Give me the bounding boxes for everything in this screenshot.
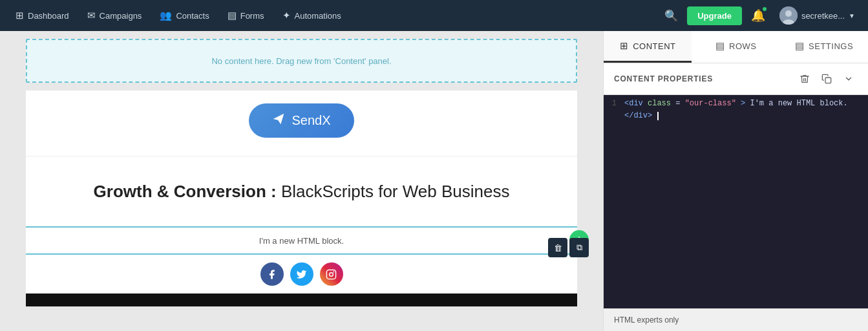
topnav: ⊞ Dashboard ✉ Campaigns 👥 Contacts ▤ For… bbox=[0, 0, 868, 31]
code-line-1: 1 <div class = "our-class" > I'm a new H… bbox=[604, 95, 868, 125]
sendx-button[interactable]: SendX bbox=[249, 103, 354, 138]
chevron-down-icon: ▼ bbox=[849, 12, 855, 19]
sendx-section: SendX bbox=[26, 91, 577, 156]
right-panel: ⊞ CONTENT ▤ ROWS ▤ SETTINGS CONTENT PROP… bbox=[603, 31, 868, 331]
html-experts-bar: HTML experts only bbox=[604, 308, 868, 331]
instagram-icon[interactable] bbox=[320, 262, 343, 286]
code-editor[interactable]: 1 <div class = "our-class" > I'm a new H… bbox=[604, 95, 868, 308]
heading-section: Growth & Conversion : BlackScripts for W… bbox=[26, 156, 577, 226]
notifications-button[interactable]: 🔔 bbox=[747, 5, 769, 27]
contacts-icon: 👥 bbox=[160, 10, 172, 21]
tag-open: <div bbox=[624, 99, 643, 108]
nav-campaigns-label: Campaigns bbox=[100, 11, 142, 21]
attr-value: "our-class" bbox=[685, 99, 736, 108]
rows-tab-icon: ▤ bbox=[715, 40, 725, 52]
properties-collapse-button[interactable] bbox=[840, 70, 858, 88]
nav-campaigns[interactable]: ✉ Campaigns bbox=[79, 6, 150, 25]
twitter-icon[interactable] bbox=[290, 262, 313, 286]
content-tab-label: CONTENT bbox=[633, 41, 675, 51]
black-footer-bar bbox=[26, 294, 577, 306]
nav-contacts-label: Contacts bbox=[176, 11, 209, 21]
drag-zone-text: No content here. Drag new from 'Content'… bbox=[211, 56, 391, 66]
heading-text: Growth & Conversion : BlackScripts for W… bbox=[52, 180, 551, 203]
drag-zone[interactable]: No content here. Drag new from 'Content'… bbox=[26, 39, 577, 83]
tab-settings[interactable]: ▤ SETTINGS bbox=[780, 31, 868, 63]
html-block-row: I'm a new HTML block. bbox=[26, 226, 577, 255]
svg-point-1 bbox=[785, 10, 792, 17]
attr-class: class bbox=[648, 99, 671, 108]
heading-bold: Growth & Conversion : bbox=[94, 182, 277, 201]
facebook-icon[interactable] bbox=[260, 262, 284, 286]
line-number-1: 1 bbox=[604, 98, 624, 110]
html-block-text: I'm a new HTML block. bbox=[253, 230, 350, 252]
svg-point-4 bbox=[330, 273, 333, 277]
settings-tab-label: SETTINGS bbox=[809, 41, 853, 51]
nav-automations[interactable]: ✦ Automations bbox=[275, 6, 349, 25]
upgrade-button[interactable]: Upgrade bbox=[687, 6, 742, 25]
content-tab-icon: ⊞ bbox=[620, 40, 629, 52]
nav-dashboard[interactable]: ⊞ Dashboard bbox=[8, 6, 77, 25]
tab-rows[interactable]: ▤ ROWS bbox=[692, 31, 779, 63]
properties-title: CONTENT PROPERTIES bbox=[614, 74, 796, 83]
properties-copy-button[interactable] bbox=[818, 70, 836, 88]
plane-icon bbox=[272, 112, 285, 129]
nav-automations-label: Automations bbox=[295, 11, 341, 21]
canvas-area: No content here. Drag new from 'Content'… bbox=[0, 31, 603, 331]
svg-rect-6 bbox=[825, 78, 831, 83]
sendx-label: SendX bbox=[291, 113, 330, 128]
tab-content[interactable]: ⊞ CONTENT bbox=[604, 31, 692, 63]
automations-icon: ✦ bbox=[282, 10, 291, 21]
campaigns-icon: ✉ bbox=[87, 10, 96, 21]
user-name: secretkee... bbox=[801, 11, 845, 21]
properties-actions bbox=[796, 70, 858, 88]
panel-tabs: ⊞ CONTENT ▤ ROWS ▤ SETTINGS bbox=[604, 31, 868, 63]
rows-tab-label: ROWS bbox=[729, 41, 756, 51]
copy-block-button[interactable]: ⧉ bbox=[569, 238, 589, 257]
html-experts-label: HTML experts only bbox=[614, 315, 679, 325]
dashboard-icon: ⊞ bbox=[16, 10, 24, 21]
properties-header: CONTENT PROPERTIES bbox=[604, 63, 868, 95]
main-layout: No content here. Drag new from 'Content'… bbox=[0, 31, 868, 331]
nav-forms-label: Forms bbox=[240, 11, 264, 21]
code-content-1: <div class = "our-class" > I'm a new HTM… bbox=[624, 98, 868, 122]
avatar bbox=[779, 6, 798, 25]
settings-tab-icon: ▤ bbox=[795, 40, 805, 52]
cursor bbox=[657, 112, 659, 120]
svg-rect-3 bbox=[326, 270, 335, 279]
search-icon[interactable]: 🔍 bbox=[661, 5, 682, 27]
user-menu[interactable]: secretkee... ▼ bbox=[774, 4, 860, 27]
heading-regular: BlackScripts for Web Business bbox=[281, 182, 510, 201]
topnav-right: 🔍 Upgrade 🔔 secretkee... ▼ bbox=[661, 4, 860, 27]
nav-contacts[interactable]: 👥 Contacts bbox=[152, 6, 217, 25]
properties-delete-button[interactable] bbox=[796, 70, 814, 88]
forms-icon: ▤ bbox=[228, 10, 237, 21]
nav-forms[interactable]: ▤ Forms bbox=[220, 6, 272, 25]
delete-block-button[interactable]: 🗑 bbox=[548, 238, 567, 257]
svg-point-5 bbox=[333, 272, 334, 272]
social-section bbox=[26, 255, 577, 294]
notif-badge bbox=[762, 6, 767, 12]
nav-dashboard-label: Dashboard bbox=[28, 11, 69, 21]
